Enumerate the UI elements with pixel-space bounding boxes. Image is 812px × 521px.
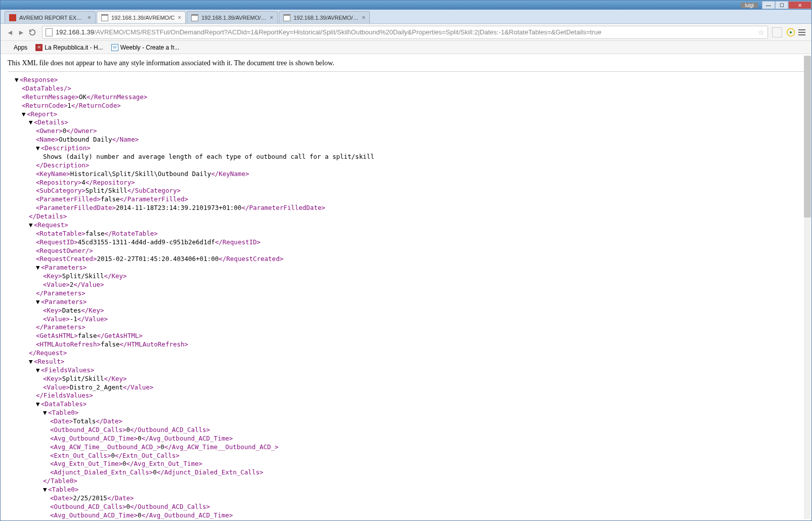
browser-tab-0[interactable]: AVREMO REPORT EXPLO × xyxy=(5,11,96,23)
xml-node: ▼<Parameters> xyxy=(8,264,804,272)
tab-strip: AVREMO REPORT EXPLO × 192.168.1.39/AVREM… xyxy=(1,10,811,24)
back-button[interactable]: ◄ xyxy=(5,27,16,38)
bookmark-star-icon[interactable]: ☆ xyxy=(758,28,764,36)
xml-node: ▼<Table0> xyxy=(8,409,804,417)
xml-node: <RequestID>45cd3155-1311-4d4d-add9-c951b… xyxy=(8,238,804,247)
xml-node: </Parameters> xyxy=(8,323,804,332)
url-input[interactable]: 192.168.1.39 /AVREMO/CMS/RESTFul/OnDeman… xyxy=(42,26,768,39)
vertical-scrollbar[interactable] xyxy=(804,56,811,519)
forward-button[interactable]: ► xyxy=(16,27,27,38)
xml-node: <ReturnMessage>OK</ReturnMessage> xyxy=(8,93,804,102)
xml-node: <Extn_Out_Calls>0</Extn_Out_Calls> xyxy=(8,452,804,460)
xml-node: ▼<Details> xyxy=(8,118,804,127)
xml-node: ▼<Report> xyxy=(8,110,804,119)
xml-node: ▼<Parameters> xyxy=(8,298,804,307)
apps-icon xyxy=(5,44,12,51)
xml-node: ▼<Request> xyxy=(8,221,804,230)
favicon-icon xyxy=(101,14,108,21)
xml-node: <RotateTable>false</RotateTable> xyxy=(8,230,804,238)
xml-node: <Value>2</Value> xyxy=(8,281,804,289)
browser-tab-2[interactable]: 192.168.1.39/AVREMO/CM × xyxy=(187,11,278,23)
xml-node: <Key>Dates</Key> xyxy=(8,307,804,315)
xml-node: </Table0> xyxy=(8,477,804,486)
toggle-icon[interactable]: ▼ xyxy=(22,110,27,119)
browser-tab-3[interactable]: 192.168.1.39/AVREMO/CM × xyxy=(279,11,370,23)
page-icon xyxy=(46,28,53,36)
toggle-icon[interactable]: ▼ xyxy=(36,400,41,409)
url-path: /AVREMO/CMS/RESTFul/OnDemandReport?ACDid… xyxy=(94,28,602,36)
close-button[interactable]: ✕ xyxy=(788,1,811,9)
minimize-button[interactable]: — xyxy=(762,1,775,9)
xml-node: <Date>2/25/2015</Date> xyxy=(8,494,804,503)
tab-label: 192.168.1.39/AVREMO/C xyxy=(111,15,175,21)
toggle-icon[interactable]: ▼ xyxy=(29,118,34,127)
tab-close-icon[interactable]: × xyxy=(270,14,273,21)
tab-label: 192.168.1.39/AVREMO/CM xyxy=(201,15,267,21)
bookmark-label: La Repubblica.it - H... xyxy=(45,44,103,51)
reload-button[interactable] xyxy=(27,27,38,38)
toggle-icon[interactable]: ▼ xyxy=(15,76,20,84)
tab-close-icon[interactable]: × xyxy=(362,14,365,21)
apps-bookmark[interactable]: Apps xyxy=(5,44,27,51)
xml-node: <RequestOwner/> xyxy=(8,247,804,255)
user-badge[interactable]: luigi xyxy=(741,3,758,8)
xml-node: <Repository>4</Repository> xyxy=(8,179,804,187)
xml-node: <Adjunct_Dialed_Extn_Calls>0</Adjunct_Di… xyxy=(8,468,804,477)
xml-node: <Value>Distro_2_Agent</Value> xyxy=(8,383,804,392)
xml-node: <Avg_ACW_Time__Outbound_ACD_>0</Avg_ACW_… xyxy=(8,520,804,521)
xml-node: <Avg_Extn_Out_Time>0</Avg_Extn_Out_Time> xyxy=(8,460,804,468)
xml-node: </FieldsValues> xyxy=(8,392,804,400)
toggle-icon[interactable]: ▼ xyxy=(36,298,41,307)
toggle-icon[interactable]: ▼ xyxy=(29,221,34,230)
xml-node: </Details> xyxy=(8,212,804,221)
xml-node: <Avg_Outbound_ACD_Time>0</Avg_Outbound_A… xyxy=(8,435,804,443)
toggle-icon[interactable]: ▼ xyxy=(36,264,41,272)
toggle-icon[interactable]: ▼ xyxy=(29,358,34,366)
url-host: 192.168.1.39 xyxy=(56,28,94,36)
bookmark-label: Weebly - Create a fr... xyxy=(120,44,180,51)
repubblica-icon: R xyxy=(35,44,42,51)
browser-tab-1[interactable]: 192.168.1.39/AVREMO/C × xyxy=(97,11,186,23)
tab-close-icon[interactable]: × xyxy=(178,14,181,21)
xml-node: ▼<Description> xyxy=(8,144,804,153)
xml-node: <ReturnCode>1</ReturnCode> xyxy=(8,102,804,110)
favicon-icon xyxy=(283,14,290,21)
xml-node: <GetAsHTML>false</GetAsHTML> xyxy=(8,332,804,340)
menu-button[interactable] xyxy=(796,29,807,35)
xml-notice: This XML file does not appear to have an… xyxy=(8,59,804,72)
tab-close-icon[interactable]: × xyxy=(88,14,91,21)
bookmark-label: Apps xyxy=(14,44,27,51)
xml-node: </Parameters> xyxy=(8,289,804,298)
xml-node: <SubCategory>Split/Skill</SubCategory> xyxy=(8,187,804,195)
reader-mode-button[interactable] xyxy=(772,27,782,37)
xml-node: <Date>Totals</Date> xyxy=(8,417,804,426)
xml-text: Shows (daily) number and average length … xyxy=(8,153,804,161)
extension-button[interactable] xyxy=(785,27,796,38)
toggle-icon[interactable]: ▼ xyxy=(43,486,48,494)
toggle-icon[interactable]: ▼ xyxy=(43,409,48,417)
xml-node: ▼<Response> xyxy=(8,76,804,84)
xml-node: <Avg_ACW_Time__Outbound_ACD_>0</Avg_ACW_… xyxy=(8,443,804,452)
xml-node: <Name>Outbound Daily</Name> xyxy=(8,136,804,144)
xml-node: <Avg_Outbound_ACD_Time>0</Avg_Outbound_A… xyxy=(8,511,804,520)
repubblica-bookmark[interactable]: R La Repubblica.it - H... xyxy=(35,44,103,51)
xml-node: ▼<Table0> xyxy=(8,486,804,494)
xml-node: <RequestCreated>2015-02-27T01:45:20.4034… xyxy=(8,255,804,264)
weebly-icon: W xyxy=(111,44,118,51)
toggle-icon[interactable]: ▼ xyxy=(36,144,41,153)
page-content: This XML file does not appear to have an… xyxy=(1,54,811,520)
maximize-button[interactable]: ☐ xyxy=(775,1,788,9)
xml-node: </Request> xyxy=(8,349,804,358)
tab-label: 192.168.1.39/AVREMO/CM xyxy=(293,15,359,21)
window-titlebar: luigi — ☐ ✕ xyxy=(1,1,811,10)
scrollbar-thumb[interactable] xyxy=(804,56,811,218)
xml-node: </Description> xyxy=(8,161,804,170)
xml-node: ▼<Result> xyxy=(8,358,804,366)
toggle-icon[interactable]: ▼ xyxy=(36,366,41,375)
favicon-icon xyxy=(9,14,16,21)
reload-icon xyxy=(28,28,36,36)
xml-node: <ParameterFilledDate>2014-11-18T23:14:39… xyxy=(8,204,804,212)
xml-node: <Value>-1</Value> xyxy=(8,315,804,324)
xml-node: <Outbound_ACD_Calls>0</Outbound_ACD_Call… xyxy=(8,503,804,511)
weebly-bookmark[interactable]: W Weebly - Create a fr... xyxy=(111,44,180,51)
